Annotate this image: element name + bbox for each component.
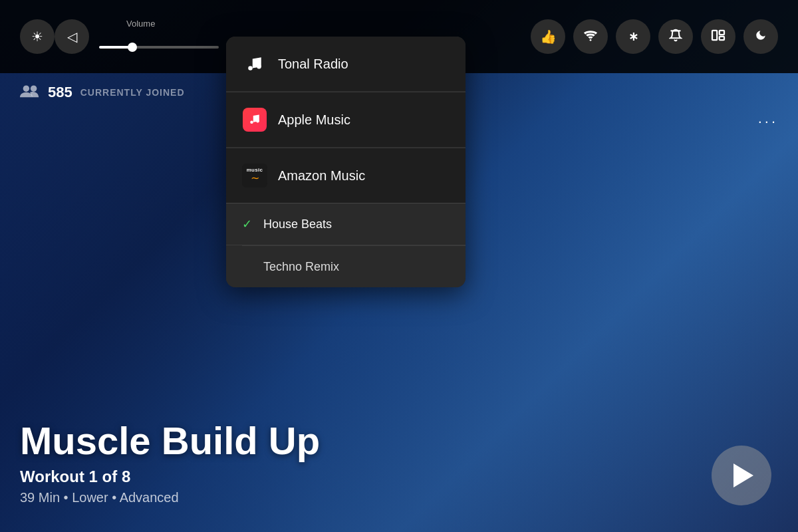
- selected-checkmark: ✓: [242, 217, 255, 231]
- tonal-radio-option[interactable]: Tonal Radio: [226, 37, 466, 92]
- techno-remix-label: Techno Remix: [263, 260, 339, 274]
- wifi-icon: [583, 29, 598, 45]
- svg-point-10: [256, 120, 259, 123]
- play-button[interactable]: [712, 446, 771, 505]
- house-beats-option[interactable]: ✓ House Beats: [226, 203, 466, 245]
- brightness-button[interactable]: ☀: [20, 19, 55, 54]
- top-right-icons: 👍 ∗: [531, 19, 778, 54]
- svg-rect-2: [712, 30, 717, 39]
- playlists-section: ✓ House Beats ✓ Techno Remix: [226, 203, 466, 287]
- notification-icon: [669, 29, 682, 45]
- moon-icon: [755, 29, 767, 45]
- volume-slider[interactable]: [99, 46, 219, 49]
- joined-label: CURRENTLY JOINED: [80, 87, 185, 98]
- music-sources-section: Tonal Radio Apple Music music: [226, 37, 466, 203]
- amazon-music-label: Amazon Music: [278, 168, 365, 184]
- workout-subtitle: Workout 1 of 8: [20, 467, 320, 486]
- svg-point-5: [23, 86, 29, 92]
- workout-title: Muscle Build Up: [20, 420, 320, 462]
- brightness-icon: ☀: [31, 29, 43, 45]
- like-icon: 👍: [540, 29, 557, 45]
- techno-remix-option[interactable]: ✓ Techno Remix: [226, 246, 466, 287]
- notification-button[interactable]: [658, 19, 693, 54]
- workout-meta: 39 Min • Lower • Advanced: [20, 490, 320, 505]
- apple-music-icon: [242, 107, 267, 132]
- joined-count: 585: [48, 84, 72, 101]
- amazon-music-option[interactable]: music ∼ Amazon Music: [226, 148, 466, 203]
- tonal-radio-label: Tonal Radio: [278, 57, 348, 72]
- volume-label: Volume: [126, 19, 155, 29]
- sleep-button[interactable]: [743, 19, 778, 54]
- house-beats-label: House Beats: [263, 217, 332, 231]
- svg-point-6: [31, 86, 37, 92]
- like-button[interactable]: 👍: [531, 19, 565, 54]
- apple-music-option[interactable]: Apple Music: [226, 92, 466, 148]
- more-options-button[interactable]: ···: [758, 113, 778, 130]
- svg-rect-4: [720, 36, 724, 39]
- apple-music-label: Apple Music: [278, 112, 350, 128]
- layout-button[interactable]: [701, 19, 735, 54]
- svg-point-9: [250, 121, 253, 124]
- layout-icon: [711, 29, 726, 45]
- svg-point-8: [257, 65, 261, 69]
- joined-bar: 585 CURRENTLY JOINED: [0, 73, 205, 112]
- svg-point-7: [248, 66, 253, 70]
- users-icon: [20, 83, 40, 102]
- bluetooth-button[interactable]: ∗: [616, 19, 650, 54]
- play-icon: [733, 464, 753, 487]
- workout-info: Muscle Build Up Workout 1 of 8 39 Min • …: [20, 420, 320, 505]
- amazon-music-icon: music ∼: [242, 163, 267, 188]
- svg-rect-3: [720, 30, 724, 34]
- bluetooth-icon: ∗: [628, 29, 638, 44]
- wifi-button[interactable]: [573, 19, 608, 54]
- svg-point-0: [590, 39, 592, 41]
- sound-icon: ◁: [67, 29, 77, 45]
- tonal-radio-icon: [242, 51, 267, 76]
- sound-button[interactable]: ◁: [55, 19, 89, 54]
- music-source-dropdown: Tonal Radio Apple Music music: [226, 37, 466, 287]
